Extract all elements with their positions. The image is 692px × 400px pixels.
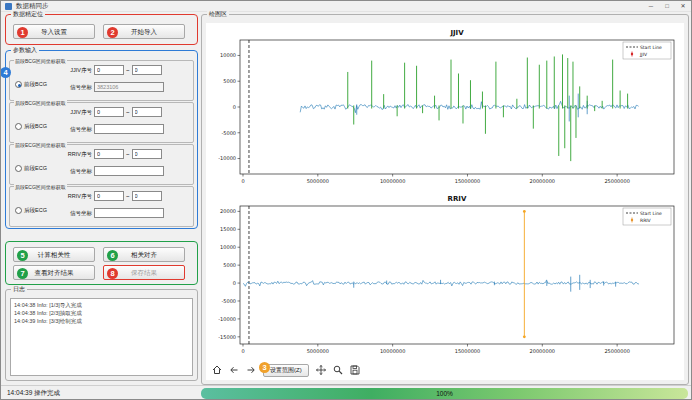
rriv-seq-end-input[interactable] xyxy=(132,149,162,159)
svg-text:20000000: 20000000 xyxy=(530,178,555,184)
jjiv-seq-label: JJIV序号 xyxy=(54,67,92,74)
front-ecg-radio[interactable]: 前段ECG xyxy=(15,165,47,172)
pan-icon[interactable] xyxy=(316,365,326,375)
svg-text:5000: 5000 xyxy=(223,78,236,84)
status-message: 14:04:39 操作完成 xyxy=(7,389,60,398)
signal-coord-input[interactable] xyxy=(94,166,164,176)
svg-text:0: 0 xyxy=(233,280,236,286)
start-import-button[interactable]: 2 开始导入 xyxy=(103,24,185,39)
save-result-button[interactable]: 8 保存结果 xyxy=(103,265,185,280)
signal-coord-input[interactable] xyxy=(94,82,164,92)
rriv-seq-start-input[interactable] xyxy=(94,149,124,159)
svg-text:Start Line: Start Line xyxy=(640,211,662,216)
left-panel: 数据精定位 1 导入设置 2 开始导入 参数输入 4 前段BCG区间坐标获取 前… xyxy=(5,14,198,382)
svg-text:0: 0 xyxy=(241,178,244,184)
tilde-separator: ~ xyxy=(126,67,130,73)
minimize-button[interactable]: ─ xyxy=(643,1,659,12)
jjiv-seq-start-input[interactable] xyxy=(94,65,124,75)
svg-text:15000000: 15000000 xyxy=(455,178,480,184)
radio-icon[interactable] xyxy=(15,81,22,88)
status-bar: 14:04:39 操作完成 100% xyxy=(1,385,691,399)
forward-icon[interactable] xyxy=(246,365,256,375)
jjiv-seq-start-input[interactable] xyxy=(94,107,124,117)
jjiv-seq-end-input[interactable] xyxy=(132,107,162,117)
rriv-seq-start-input[interactable] xyxy=(94,191,124,201)
svg-text:-10000: -10000 xyxy=(218,155,236,161)
signal-coord-label: 信号坐标 xyxy=(54,84,92,91)
log-group: 日志 14:04:38 Info: [1/3]导入完成 14:04:38 Inf… xyxy=(5,289,198,381)
rriv-seq-label: RRIV序号 xyxy=(54,151,92,158)
save-result-label: 保存结果 xyxy=(131,269,157,276)
svg-text:Start Line: Start Line xyxy=(640,45,662,50)
signal-coord-label: 信号坐标 xyxy=(54,168,92,175)
param-group-title: 参数输入 xyxy=(11,47,39,54)
svg-text:5000000: 5000000 xyxy=(307,348,329,354)
compute-correlation-button[interactable]: 5 计算相关性 xyxy=(13,247,95,262)
svg-text:10000000: 10000000 xyxy=(380,348,405,354)
set-range-button[interactable]: 3 设置范围(Z) xyxy=(263,364,309,377)
rear-ecg-radio[interactable]: 后段ECG xyxy=(15,207,47,214)
svg-text:5000000: 5000000 xyxy=(307,178,329,184)
svg-text:-10000: -10000 xyxy=(218,316,236,322)
jjiv-chart: JJIV-10000-50000500010000050000001000000… xyxy=(208,25,684,187)
rriv-seq-end-input[interactable] xyxy=(132,191,162,201)
view-align-result-button[interactable]: 7 查看对齐结果 xyxy=(13,265,95,280)
view-align-result-label: 查看对齐结果 xyxy=(35,269,74,276)
svg-text:RRIV: RRIV xyxy=(640,218,652,223)
app-icon xyxy=(5,3,12,10)
zoom-icon[interactable] xyxy=(333,365,343,375)
plot-area-group: 绘图区 JJIV-10000-5000050001000005000000100… xyxy=(201,14,689,385)
rear-bcg-radio[interactable]: 后段BCG xyxy=(15,123,47,130)
progress-bar: 100% xyxy=(201,388,688,399)
log-line: 14:04:38 Info: [1/3]导入完成 xyxy=(14,301,189,309)
svg-text:10000: 10000 xyxy=(220,244,236,250)
log-line: 14:04:39 Info: [3/3]绘制完成 xyxy=(14,317,189,325)
svg-text:25000000: 25000000 xyxy=(604,178,629,184)
signal-coord-label: 信号坐标 xyxy=(54,210,92,217)
svg-text:25000000: 25000000 xyxy=(604,348,629,354)
jjiv-seq-end-input[interactable] xyxy=(132,65,162,75)
radio-icon[interactable] xyxy=(15,123,22,130)
plot-area-title: 绘图区 xyxy=(207,11,229,18)
import-settings-label: 导入设置 xyxy=(41,28,67,35)
signal-coord-input[interactable] xyxy=(94,124,164,134)
front-bcg-radio[interactable]: 前段BCG xyxy=(15,81,47,88)
front-ecg-section-title: 前段ECG区间坐标获取 xyxy=(14,142,67,148)
correlation-align-button[interactable]: 6 相关对齐 xyxy=(103,247,185,262)
back-icon[interactable] xyxy=(229,365,239,375)
tilde-separator: ~ xyxy=(126,109,130,115)
rear-ecg-section: 后段ECG区间坐标获取 后段ECG RRIV序号 ~ 信号坐标 xyxy=(9,186,194,227)
save-icon[interactable] xyxy=(350,365,360,375)
close-button[interactable]: ✕ xyxy=(675,1,691,12)
locate-group: 数据精定位 1 导入设置 2 开始导入 xyxy=(5,14,198,45)
log-output[interactable]: 14:04:38 Info: [1/3]导入完成 14:04:38 Info: … xyxy=(10,298,193,376)
radio-icon[interactable] xyxy=(15,207,22,214)
front-ecg-section: 前段ECG区间坐标获取 前段ECG RRIV序号 ~ 信号坐标 xyxy=(9,144,194,185)
figure-canvas[interactable]: JJIV-10000-50000500010000050000001000000… xyxy=(206,23,684,380)
rear-bcg-section-title: 后段BCG区间坐标获取 xyxy=(14,100,67,106)
import-settings-button[interactable]: 1 导入设置 xyxy=(13,24,95,39)
svg-text:15000000: 15000000 xyxy=(455,348,480,354)
step-badge-7: 7 xyxy=(17,268,28,279)
front-bcg-section: 前段BCG区间坐标获取 前段BCG JJIV序号 ~ 信号坐标 xyxy=(9,60,194,101)
log-group-title: 日志 xyxy=(11,286,27,293)
jjiv-seq-label: JJIV序号 xyxy=(54,109,92,116)
maximize-button[interactable]: □ xyxy=(659,1,675,12)
step-badge-3: 3 xyxy=(259,362,270,373)
step-badge-5: 5 xyxy=(17,250,28,261)
locate-group-title: 数据精定位 xyxy=(11,11,45,18)
step-badge-1: 1 xyxy=(17,27,28,38)
radio-icon[interactable] xyxy=(15,165,22,172)
step-badge-2: 2 xyxy=(107,27,118,38)
action-group: 5 计算相关性 6 相关对齐 7 查看对齐结果 8 保存结果 xyxy=(5,241,198,285)
signal-coord-input[interactable] xyxy=(94,208,164,218)
rear-bcg-section: 后段BCG区间坐标获取 后段BCG JJIV序号 ~ 信号坐标 xyxy=(9,102,194,143)
correlation-align-label: 相关对齐 xyxy=(131,251,157,258)
set-range-label: 设置范围(Z) xyxy=(270,367,302,373)
mpl-toolbar: 3 设置范围(Z) xyxy=(212,361,360,379)
rriv-chart: RRIV-15000-10000-50000500010000150002000… xyxy=(208,191,684,357)
rear-ecg-section-title: 后段ECG区间坐标获取 xyxy=(14,184,67,190)
home-icon[interactable] xyxy=(212,365,222,375)
svg-text:15000: 15000 xyxy=(220,226,236,232)
svg-text:-5000: -5000 xyxy=(221,298,236,304)
